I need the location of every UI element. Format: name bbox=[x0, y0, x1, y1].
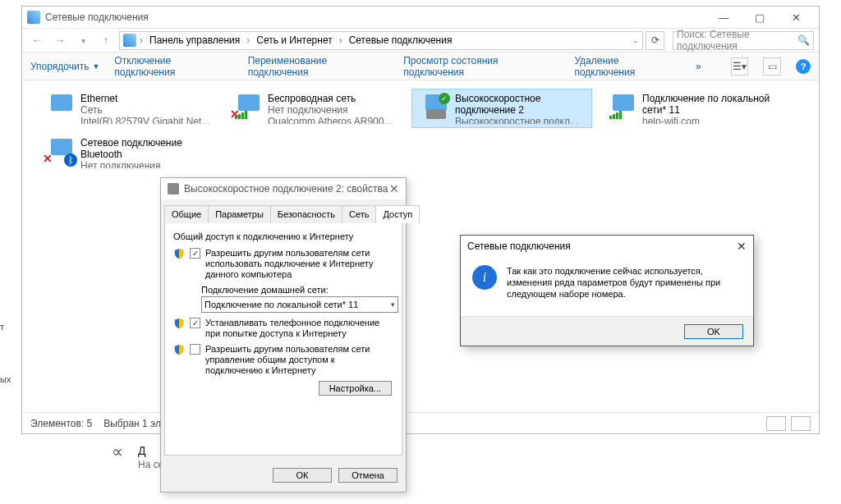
minimize-button[interactable]: — bbox=[705, 7, 742, 28]
control-checkbox[interactable] bbox=[190, 344, 200, 355]
connection-name: Подключение по локальной сети* 11 bbox=[642, 93, 774, 116]
connection-icon bbox=[43, 93, 80, 124]
connection-item[interactable]: EthernetСетьIntel(R) 82579V Gigabit Net.… bbox=[37, 89, 218, 128]
search-icon: 🔍 bbox=[797, 34, 810, 46]
tab-Сеть[interactable]: Сеть bbox=[342, 205, 376, 223]
breadcrumb-icon bbox=[123, 34, 136, 47]
nav-back-button[interactable]: ← bbox=[27, 30, 47, 50]
search-input[interactable]: Поиск: Сетевые подключения 🔍 bbox=[673, 31, 814, 50]
crumb-0[interactable]: Панель управления bbox=[146, 34, 243, 46]
breadcrumb-dropdown[interactable]: ⌄ bbox=[632, 36, 639, 44]
cmd-rename[interactable]: Переименование подключения bbox=[248, 55, 389, 78]
view-large-button[interactable] bbox=[791, 416, 811, 431]
dialog-title: Высокоскоростное подключение 2: свойства bbox=[184, 183, 389, 195]
connection-item[interactable]: ✓Высокоскоростное подключение 2Высокоско… bbox=[411, 89, 592, 128]
tab-strip: ОбщиеПараметрыБезопасностьСетьДоступ bbox=[164, 204, 402, 223]
connection-icon: ✕ bbox=[230, 93, 268, 124]
settings-button[interactable]: Настройка... bbox=[319, 381, 392, 396]
bg-text: т bbox=[0, 322, 4, 332]
shield-icon bbox=[173, 318, 185, 329]
item-count: Элементов: 5 bbox=[30, 418, 92, 429]
info-close-button[interactable]: ✕ bbox=[737, 240, 747, 253]
cmd-more[interactable]: » bbox=[696, 61, 701, 72]
connection-status: Сеть bbox=[80, 104, 212, 116]
shield-icon bbox=[173, 248, 185, 259]
cancel-button[interactable]: Отмена bbox=[338, 468, 398, 483]
bg-share-heading: Д bbox=[138, 444, 145, 457]
titlebar: Сетевые подключения — ▢ ✕ bbox=[22, 7, 819, 28]
organize-menu[interactable]: Упорядочить▼ bbox=[30, 61, 99, 72]
home-network-label: Подключение домашней сети: bbox=[201, 285, 393, 295]
share-icon: ∝ bbox=[112, 442, 123, 461]
allow-sharing-checkbox[interactable]: ✓ bbox=[190, 248, 200, 259]
shield-icon bbox=[173, 344, 185, 355]
nav-recent-button[interactable]: ▾ bbox=[73, 30, 93, 50]
command-bar: Упорядочить▼ Отключение подключения Пере… bbox=[22, 53, 819, 80]
crumb-2[interactable]: Сетевые подключения bbox=[346, 34, 456, 46]
refresh-button[interactable]: ⟳ bbox=[646, 31, 664, 50]
nav-up-button[interactable]: ↑ bbox=[96, 30, 116, 50]
view-options-button[interactable]: ☰▾ bbox=[731, 57, 749, 76]
app-icon bbox=[27, 11, 40, 24]
maximize-button[interactable]: ▢ bbox=[742, 7, 778, 28]
connection-icon bbox=[604, 93, 642, 124]
connection-name: Высокоскоростное подключение 2 bbox=[455, 93, 586, 116]
connection-device: Qualcomm Atheros AR900... bbox=[268, 116, 399, 124]
nav-forward-button[interactable]: → bbox=[50, 30, 70, 50]
section-header: Общий доступ к подключению к Интернету bbox=[173, 231, 393, 241]
connection-status: Нет подключения bbox=[80, 160, 212, 168]
properties-dialog: Высокоскоростное подключение 2: свойства… bbox=[160, 177, 407, 493]
connection-item[interactable]: ✕Беспроводная сетьНет подключенияQualcom… bbox=[224, 89, 405, 128]
info-title: Сетевые подключения bbox=[467, 241, 737, 252]
search-placeholder: Поиск: Сетевые подключения bbox=[677, 29, 810, 52]
cmd-disable[interactable]: Отключение подключения bbox=[114, 55, 232, 78]
home-network-select[interactable]: Подключение по локальной сети* 11▾ bbox=[201, 296, 398, 313]
breadcrumb[interactable]: › Панель управления › Сеть и Интернет › … bbox=[119, 31, 643, 50]
bg-text: ых bbox=[0, 374, 11, 384]
info-dialog: Сетевые подключения ✕ i Так как это подк… bbox=[460, 235, 754, 346]
connection-name: Сетевое подключение Bluetooth bbox=[80, 137, 212, 160]
dial-label: Устанавливать телефонное подключение при… bbox=[205, 318, 393, 339]
network-connections-window: Сетевые подключения — ▢ ✕ ← → ▾ ↑ › Пане… bbox=[21, 6, 820, 434]
connection-device: help-wifi.com bbox=[642, 116, 774, 124]
connection-icon: ✓ bbox=[417, 93, 455, 124]
crumb-1[interactable]: Сеть и Интернет bbox=[253, 34, 335, 46]
connection-icon: ✕ᛒ bbox=[43, 137, 80, 168]
connection-name: Беспроводная сеть bbox=[268, 93, 399, 104]
connection-name: Ethernet bbox=[80, 93, 212, 104]
ok-button[interactable]: ОК bbox=[273, 468, 332, 483]
view-details-button[interactable] bbox=[766, 416, 786, 431]
connection-device: Высокоскоростное подкл... bbox=[455, 116, 586, 124]
connection-status: Нет подключения bbox=[268, 104, 399, 116]
connection-item[interactable]: Подключение по локальной сети* 11help-wi… bbox=[599, 89, 779, 128]
cmd-status[interactable]: Просмотр состояния подключения bbox=[403, 55, 559, 78]
tab-Доступ[interactable]: Доступ bbox=[375, 205, 420, 223]
cmd-delete[interactable]: Удаление подключения bbox=[574, 55, 681, 78]
tab-Безопасность[interactable]: Безопасность bbox=[270, 205, 342, 223]
tab-Общие[interactable]: Общие bbox=[164, 205, 209, 223]
dial-checkbox[interactable]: ✓ bbox=[190, 318, 200, 328]
info-icon: i bbox=[472, 265, 497, 290]
allow-sharing-label: Разрешить другим пользователям сети испо… bbox=[205, 248, 393, 280]
status-bar: Элементов: 5 Выбран 1 элем bbox=[22, 412, 819, 433]
window-title: Сетевые подключения bbox=[45, 11, 705, 23]
dialog-icon bbox=[168, 183, 179, 195]
connection-item[interactable]: ✕ᛒСетевое подключение BluetoothНет подкл… bbox=[37, 133, 218, 172]
dialog-close-button[interactable]: ✕ bbox=[389, 182, 399, 195]
info-ok-button[interactable]: OK bbox=[684, 324, 743, 339]
control-label: Разрешить другим пользователям сети упра… bbox=[205, 344, 393, 376]
preview-pane-button[interactable]: ▭ bbox=[763, 57, 781, 76]
close-button[interactable]: ✕ bbox=[778, 7, 814, 28]
help-button[interactable]: ? bbox=[796, 59, 811, 74]
info-message: Так как это подключение сейчас используе… bbox=[507, 265, 742, 308]
tab-Параметры[interactable]: Параметры bbox=[208, 205, 271, 223]
connection-device: Intel(R) 82579V Gigabit Net... bbox=[80, 116, 212, 124]
